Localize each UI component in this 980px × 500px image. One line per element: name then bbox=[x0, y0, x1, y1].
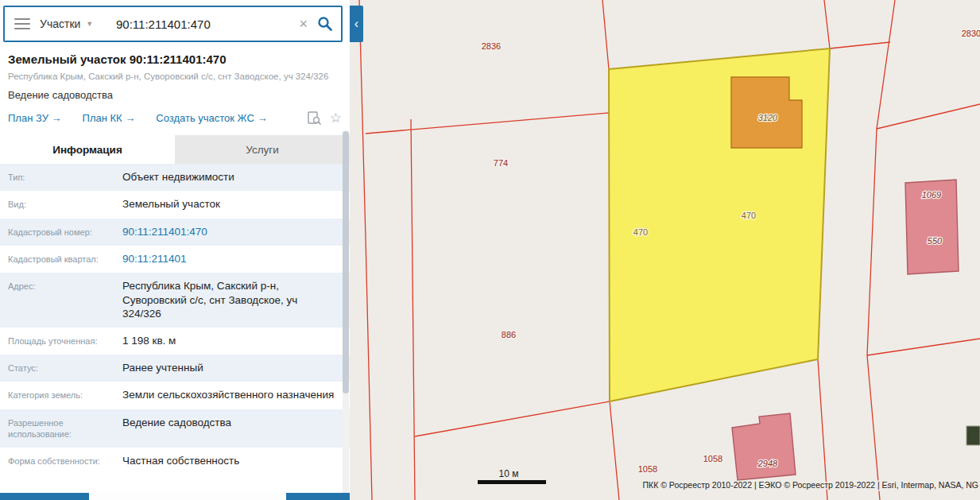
tab-services[interactable]: Услуги bbox=[175, 135, 350, 164]
search-bar: Участки ▼ × bbox=[3, 6, 343, 42]
search-category-label: Участки bbox=[40, 17, 80, 30]
collapse-panel-button[interactable]: ‹ bbox=[350, 6, 363, 42]
parcel-label: 470 bbox=[633, 227, 648, 237]
create-parcel-link[interactable]: Создать участок ЖС → bbox=[156, 112, 267, 124]
info-table: Тип: Объект недвижимости Вид: Земельный … bbox=[0, 164, 350, 475]
parcel-label: 1058 bbox=[638, 464, 657, 474]
map-attribution: ПКК © Росреестр 2010-2022 | ЕЭКО © Росре… bbox=[643, 480, 979, 490]
parcel-label: 2836 bbox=[482, 41, 501, 51]
row-label: Категория земель: bbox=[0, 382, 118, 409]
cadastral-number-link[interactable]: 90:11:211401:470 bbox=[118, 219, 350, 246]
view-document-icon[interactable] bbox=[307, 110, 322, 126]
search-button[interactable] bbox=[314, 16, 341, 32]
row-value: Ранее учтенный bbox=[118, 355, 350, 382]
table-row: Статус: Ранее учтенный bbox=[0, 355, 350, 382]
building-label: 1069 bbox=[922, 190, 941, 200]
row-label: Адрес: bbox=[0, 273, 118, 328]
object-address-short: Республика Крым, Сакский р-н, Суворовски… bbox=[8, 72, 342, 81]
building-label: 3120 bbox=[758, 113, 778, 122]
table-row: Площадь уточненная: 1 198 кв. м bbox=[0, 328, 350, 355]
row-label: Кадастровый квартал: bbox=[0, 246, 118, 273]
parcel-label: 886 bbox=[502, 330, 516, 339]
table-row: Разрешенное использование: Ведение садов… bbox=[0, 409, 350, 448]
object-usage: Ведение садоводства bbox=[8, 89, 342, 101]
row-label: Кадастровый номер: bbox=[0, 219, 118, 246]
scale-bar: 10 м bbox=[478, 468, 546, 484]
row-value: Ведение садоводства bbox=[118, 409, 350, 448]
building-label: 550 bbox=[928, 236, 943, 246]
row-label: Статус: bbox=[0, 355, 118, 382]
panel-footer-gap bbox=[89, 493, 286, 500]
plan-kk-link[interactable]: План КК → bbox=[83, 112, 136, 124]
parcel-label: 2830 bbox=[962, 29, 980, 38]
table-row: Кадастровый номер: 90:11:211401:470 bbox=[0, 219, 350, 246]
clear-search-icon[interactable]: × bbox=[292, 17, 314, 31]
tab-information[interactable]: Информация bbox=[0, 135, 175, 164]
search-icon bbox=[317, 16, 333, 32]
row-value: Объект недвижимости bbox=[118, 164, 350, 191]
object-title: Земельный участок 90:11:211401:470 bbox=[8, 52, 342, 66]
parcel-label: 470 bbox=[742, 211, 756, 220]
menu-icon[interactable] bbox=[14, 18, 30, 29]
row-value: 1 198 кв. м bbox=[118, 328, 350, 355]
row-label: Разрешенное использование: bbox=[0, 409, 118, 448]
info-panel: Участки ▼ × Земельный участок 90:11:2114… bbox=[0, 0, 350, 500]
panel-tabs: Информация Услуги bbox=[0, 135, 350, 164]
row-value: Земли сельскохозяйственного назначения bbox=[118, 382, 350, 409]
header-icons: ☆ bbox=[307, 110, 342, 126]
basemap-thumbnail[interactable] bbox=[966, 426, 980, 445]
row-label: Тип: bbox=[0, 164, 118, 191]
table-row: Адрес: Республика Крым, Сакский р-н, Сув… bbox=[0, 273, 350, 328]
panel-footer bbox=[0, 493, 350, 500]
scrollbar-thumb[interactable] bbox=[343, 131, 349, 393]
table-row: Тип: Объект недвижимости bbox=[0, 164, 350, 191]
scale-label: 10 м bbox=[499, 468, 519, 479]
favorite-star-icon[interactable]: ☆ bbox=[330, 111, 342, 125]
parcel-label: 1058 bbox=[703, 454, 722, 463]
row-value: Республика Крым, Сакский р-н, Суворовски… bbox=[118, 273, 350, 328]
row-label: Форма собственности: bbox=[0, 448, 118, 475]
row-label: Площадь уточненная: bbox=[0, 328, 118, 355]
building-2948[interactable] bbox=[732, 413, 796, 480]
table-row: Вид: Земельный участок bbox=[0, 191, 350, 218]
panel-scrollbar[interactable] bbox=[343, 131, 349, 494]
row-value: Земельный участок bbox=[118, 191, 350, 218]
plan-links-row: План ЗУ → План КК → Создать участок ЖС →… bbox=[8, 110, 342, 126]
search-category-select[interactable]: Участки ▼ bbox=[40, 17, 113, 30]
table-row: Категория земель: Земли сельскохозяйстве… bbox=[0, 382, 350, 409]
row-label: Вид: bbox=[0, 191, 118, 218]
table-row: Форма собственности: Частная собственнос… bbox=[0, 448, 350, 475]
search-input[interactable] bbox=[113, 17, 292, 31]
row-value: Частная собственность bbox=[118, 448, 350, 475]
cadastral-block-link[interactable]: 90:11:211401 bbox=[118, 246, 350, 273]
parcel-label: 774 bbox=[494, 158, 508, 168]
chevron-down-icon: ▼ bbox=[86, 20, 93, 28]
plan-zu-link[interactable]: План ЗУ → bbox=[8, 112, 62, 124]
table-row: Кадастровый квартал: 90:11:211401 bbox=[0, 246, 350, 273]
building-label: 2948 bbox=[757, 459, 778, 468]
